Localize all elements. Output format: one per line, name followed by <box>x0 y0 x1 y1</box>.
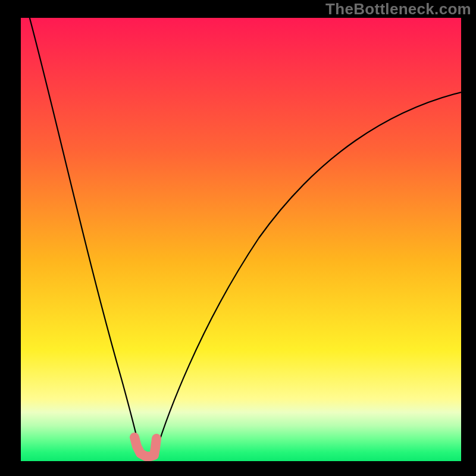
chart-plot <box>21 18 461 461</box>
chart-frame: TheBottleneck.com <box>0 0 476 476</box>
gradient-background <box>21 18 461 461</box>
watermark-text: TheBottleneck.com <box>325 0 471 18</box>
